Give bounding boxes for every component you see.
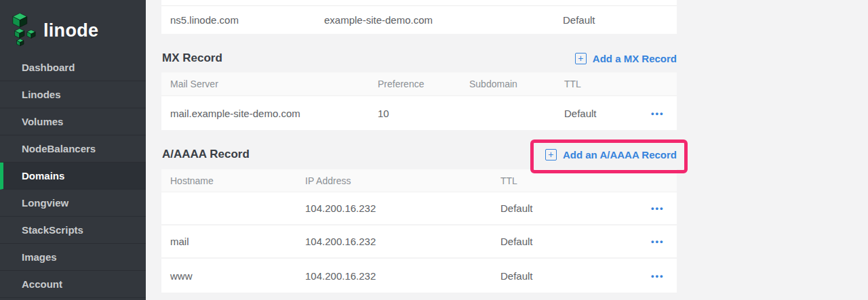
hostname-cell: www [170,259,193,293]
mx-mail-server-cell: mail.example-site-demo.com [170,96,300,130]
sidebar-item-account[interactable]: Account [0,271,146,298]
ttl-cell: Default [500,259,533,293]
mx-ttl-cell: Default [564,96,597,130]
sidebar-item-volumes[interactable]: Volumes [0,108,146,135]
row-actions-ellipsis-icon[interactable]: ••• [651,192,665,224]
row-actions-ellipsis-icon[interactable]: ••• [651,96,665,130]
sidebar-item-stackscripts[interactable]: StackScripts [0,217,146,244]
sidebar-item-domains[interactable]: Domains [0,163,146,190]
sidebar: linode Dashboard Linodes Volumes NodeBal… [0,0,146,300]
sidebar-item-images[interactable]: Images [0,244,146,271]
ttl-cell: Default [500,192,533,224]
table-row: mail 104.200.16.232 Default ••• [161,226,677,259]
ns-subdomain-cell: example-site-demo.com [324,6,433,34]
table-row: 104.200.16.232 Default ••• [161,192,677,226]
mx-record-table: Mail Server Preference Subdomain TTL mai… [161,72,677,130]
col-preference: Preference [378,72,424,95]
col-ttl: TTL [500,169,517,192]
col-ip-address: IP Address [305,169,351,192]
col-ttl: TTL [564,72,581,95]
plus-icon: + [545,149,557,160]
aaaa-record-table: Hostname IP Address TTL 104.200.16.232 D… [161,169,677,293]
ns-name-server-cell: ns5.linode.com [170,6,239,34]
ttl-cell: Default [500,226,533,257]
add-aaaa-record-label: Add an A/AAAA Record [563,149,677,160]
aaaa-section-title: A/AAAA Record [162,140,250,169]
ns-ttl-cell: Default [563,6,595,34]
col-subdomain: Subdomain [469,72,517,95]
add-aaaa-record-button[interactable]: + Add an A/AAAA Record [545,140,677,169]
table-row: mail.example-site-demo.com 10 Default ••… [161,96,677,130]
sidebar-item-dashboard[interactable]: Dashboard [0,54,146,81]
sidebar-item-nodebalancers[interactable]: NodeBalancers [0,135,146,163]
ns-record-row: ns5.linode.com example-site-demo.com Def… [161,0,677,34]
linode-cubes-icon [11,13,37,49]
sidebar-item-linodes[interactable]: Linodes [0,81,146,108]
ip-cell: 104.200.16.232 [305,226,376,257]
add-mx-record-label: Add a MX Record [593,53,677,64]
row-actions-ellipsis-icon[interactable]: ••• [651,226,665,257]
mx-table-header: Mail Server Preference Subdomain TTL [161,72,677,96]
hostname-cell: mail [170,226,189,257]
row-actions-ellipsis-icon[interactable]: ••• [651,259,665,293]
aaaa-table-header: Hostname IP Address TTL [161,169,677,192]
sidebar-item-longview[interactable]: Longview [0,190,146,217]
plus-icon: + [575,53,587,64]
aaaa-section-header: A/AAAA Record + Add an A/AAAA Record [161,140,677,169]
mx-section-title: MX Record [162,46,222,70]
add-mx-record-button[interactable]: + Add a MX Record [575,46,677,70]
col-hostname: Hostname [170,169,214,192]
ip-cell: 104.200.16.232 [305,192,376,224]
table-row: www 104.200.16.232 Default ••• [161,259,677,293]
linode-logo[interactable]: linode [0,0,146,53]
domain-records-panel: ns5.linode.com example-site-demo.com Def… [161,0,677,300]
logo-wordmark: linode [43,20,98,41]
sidebar-nav: Dashboard Linodes Volumes NodeBalancers … [0,54,146,298]
ip-cell: 104.200.16.232 [305,259,376,293]
mx-section-header: MX Record + Add a MX Record [161,46,677,70]
mx-preference-cell: 10 [378,96,389,130]
col-mail-server: Mail Server [170,72,218,95]
